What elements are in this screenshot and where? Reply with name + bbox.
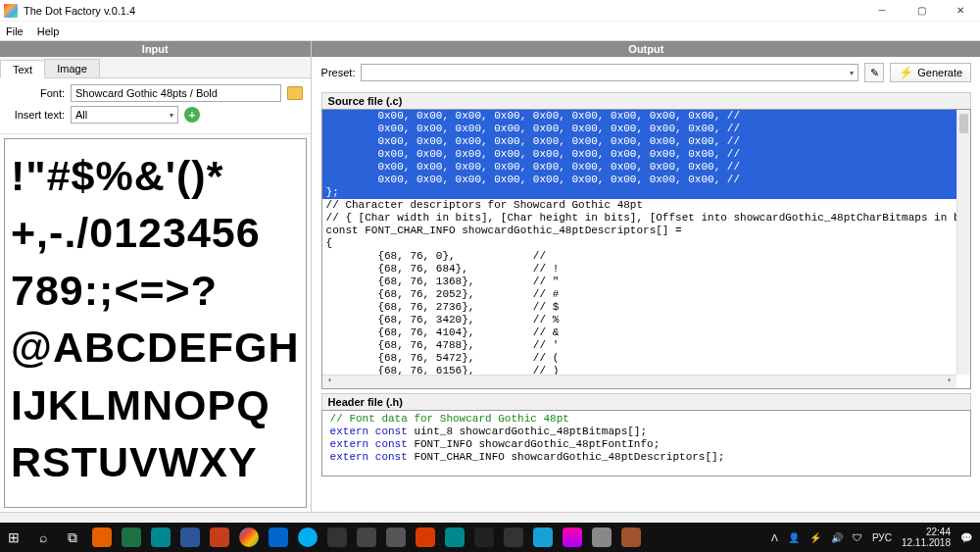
maximize-button[interactable]: ▢	[902, 0, 941, 22]
start-button[interactable]: ⊞	[0, 523, 27, 552]
input-panel: Input Text Image Font: Insert text: All …	[0, 41, 312, 512]
app-icon-8[interactable]	[563, 527, 582, 547]
font-input[interactable]	[71, 84, 281, 102]
tab-image[interactable]: Image	[44, 59, 100, 77]
search-icon[interactable]: ⌕	[29, 523, 57, 552]
source-file-label: Source file (.c)	[321, 92, 972, 109]
dotfactory-task-icon[interactable]	[592, 527, 612, 547]
insert-text-combo[interactable]: All	[71, 106, 178, 124]
security-icon[interactable]: 🛡	[853, 532, 862, 543]
app-icon	[4, 4, 18, 18]
font-preview[interactable]: !"#$%&'()* +,-./0123456 789:;<=>? @ABCDE…	[4, 138, 307, 508]
font-form: Font: Insert text: All +	[0, 78, 311, 134]
people-icon[interactable]: 👤	[788, 532, 800, 543]
lang-indicator[interactable]: РУС	[872, 532, 892, 543]
window-controls: ─ ▢ ✕	[862, 0, 980, 22]
app-icon-3[interactable]	[386, 527, 406, 547]
app-icon-2[interactable]	[357, 527, 376, 547]
excel-icon[interactable]	[122, 527, 141, 547]
window-title: The Dot Factory v.0.1.4	[24, 5, 862, 17]
header-code-box[interactable]: // Font data for Showcard Gothic 48pt ex…	[321, 410, 972, 477]
app-icon-9[interactable]	[621, 527, 641, 547]
app-icon-5[interactable]	[474, 527, 494, 547]
menu-help[interactable]: Help	[37, 25, 60, 37]
app-icon-7[interactable]	[533, 527, 553, 547]
arduino-icon[interactable]	[151, 527, 171, 547]
add-icon[interactable]: +	[184, 107, 200, 123]
preset-combo[interactable]	[361, 64, 858, 81]
sound-icon[interactable]: 🔊	[831, 532, 843, 543]
close-button[interactable]: ✕	[941, 0, 980, 22]
word-icon[interactable]	[180, 527, 200, 547]
bolt-icon: ⚡	[899, 66, 913, 79]
preset-row: Preset: ✎ ⚡ Generate	[312, 57, 980, 88]
header-file-label: Header file (.h)	[321, 393, 972, 410]
folder-icon[interactable]	[287, 86, 303, 100]
wand-icon: ✎	[870, 67, 879, 79]
source-hscroll[interactable]: ᠂᠂	[322, 375, 957, 388]
taskbar: ⊞ ⌕ ⧉ ᐱ 👤 ⚡ 🔊 🛡 РУС 22:44 12.11.2018 �	[0, 523, 980, 552]
app-icon-6[interactable]	[504, 527, 523, 547]
source-vscroll[interactable]	[956, 110, 970, 375]
chrome-icon[interactable]	[239, 527, 259, 547]
tray-up-icon[interactable]: ᐱ	[771, 532, 778, 543]
ppt-icon[interactable]	[210, 527, 229, 547]
task-view-icon[interactable]: ⧉	[59, 523, 86, 552]
firefox-icon[interactable]	[92, 527, 112, 547]
input-header: Input	[0, 41, 311, 57]
output-panel: Output Preset: ✎ ⚡ Generate Source file …	[312, 41, 980, 512]
input-tabstrip: Text Image	[0, 57, 311, 78]
folder-app-icon[interactable]	[269, 527, 288, 547]
app-icon-1[interactable]	[327, 527, 347, 547]
font-label: Font:	[8, 87, 65, 99]
app-icon-4[interactable]	[416, 527, 435, 547]
generate-button[interactable]: ⚡ Generate	[890, 63, 971, 82]
minimize-button[interactable]: ─	[862, 0, 902, 22]
insert-text-label: Insert text:	[8, 109, 65, 121]
source-code-box[interactable]: 0x00, 0x00, 0x00, 0x00, 0x00, 0x00, 0x00…	[321, 109, 972, 389]
notifications-icon[interactable]: 💬	[960, 532, 972, 543]
preset-label: Preset:	[321, 67, 356, 78]
network-icon[interactable]: ⚡	[809, 532, 821, 543]
arduino2-icon[interactable]	[445, 527, 465, 547]
preset-config-button[interactable]: ✎	[864, 63, 884, 82]
skype-icon[interactable]	[298, 527, 318, 547]
titlebar: The Dot Factory v.0.1.4 ─ ▢ ✕	[0, 0, 980, 22]
menu-file[interactable]: File	[6, 25, 24, 37]
main-area: Input Text Image Font: Insert text: All …	[0, 41, 980, 512]
tab-text[interactable]: Text	[0, 60, 45, 78]
output-header: Output	[312, 41, 980, 57]
menubar: File Help	[0, 22, 980, 41]
clock[interactable]: 22:44 12.11.2018	[902, 527, 951, 548]
